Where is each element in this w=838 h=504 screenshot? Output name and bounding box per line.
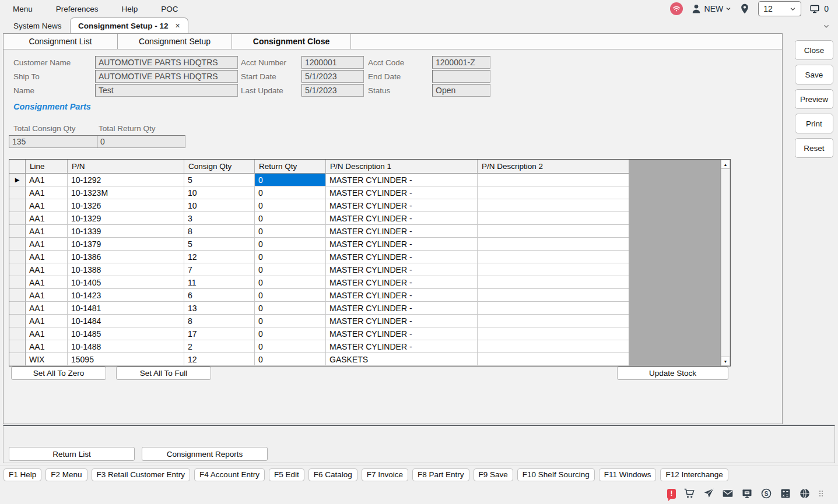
cell-line[interactable]: AA1 (26, 251, 68, 263)
cell-desc2[interactable] (478, 251, 629, 263)
column-header-pn[interactable]: P/N (68, 160, 184, 174)
cart-icon[interactable] (683, 488, 695, 499)
function-key-button[interactable]: F9 Save (474, 468, 513, 481)
cell-line[interactable]: AA1 (26, 289, 68, 302)
cell-pn[interactable]: 10-1323M (68, 186, 184, 199)
cell-desc2[interactable] (478, 263, 629, 276)
cell-consign-qty[interactable]: 5 (184, 174, 255, 186)
cell-consign-qty[interactable]: 7 (184, 263, 255, 276)
update-stock-button[interactable]: Update Stock (617, 366, 728, 380)
store-select[interactable]: 12 (758, 1, 801, 16)
cell-pn[interactable]: 10-1484 (68, 315, 184, 327)
cell-desc1[interactable]: MASTER CYLINDER - (326, 263, 478, 276)
cell-consign-qty[interactable]: 11 (184, 276, 255, 289)
cell-return-qty[interactable]: 0 (255, 199, 326, 212)
side-button[interactable]: Reset (795, 138, 833, 158)
set-all-to-full-button[interactable]: Set All To Full (116, 366, 211, 380)
s-circle-icon[interactable]: S (760, 488, 772, 499)
cell-consign-qty[interactable]: 8 (184, 315, 255, 327)
globe-icon[interactable] (799, 488, 811, 499)
cell-line[interactable]: AA1 (26, 225, 68, 238)
cell-pn[interactable]: 10-1379 (68, 238, 184, 251)
cell-return-qty[interactable]: 0 (255, 263, 326, 276)
cell-line[interactable]: AA1 (26, 302, 68, 315)
cell-consign-qty[interactable]: 8 (184, 225, 255, 238)
cell-desc2[interactable] (478, 238, 629, 251)
cell-desc2[interactable] (478, 186, 629, 199)
tab-overflow-chevron-icon[interactable] (823, 23, 830, 30)
cell-desc1[interactable]: MASTER CYLINDER - (326, 289, 478, 302)
cell-return-qty[interactable]: 0 (255, 276, 326, 289)
row-selector-cell[interactable] (9, 340, 26, 353)
row-selector-cell[interactable] (9, 327, 26, 340)
function-key-button[interactable]: F2 Menu (45, 468, 87, 481)
cell-pn[interactable]: 10-1423 (68, 289, 184, 302)
menu-item[interactable]: Help (122, 5, 138, 13)
cell-return-qty[interactable]: 0 (255, 327, 326, 340)
cell-return-qty[interactable]: 0 (255, 315, 326, 327)
location-pin-icon[interactable] (739, 3, 751, 15)
cell-return-qty[interactable]: 0 (255, 302, 326, 315)
cell-pn[interactable]: 10-1329 (68, 212, 184, 225)
row-selector-cell[interactable] (9, 251, 26, 263)
cell-return-qty[interactable]: 0 (255, 251, 326, 263)
scroll-down-icon[interactable]: ▼ (721, 357, 730, 366)
cell-consign-qty[interactable]: 13 (184, 302, 255, 315)
mail-icon[interactable] (722, 488, 734, 499)
cell-desc1[interactable]: MASTER CYLINDER - (326, 276, 478, 289)
cell-consign-qty[interactable]: 10 (184, 199, 255, 212)
cell-pn[interactable]: 10-1386 (68, 251, 184, 263)
send-icon[interactable] (703, 488, 714, 499)
row-selector-cell[interactable] (9, 199, 26, 212)
close-icon[interactable]: × (176, 21, 180, 30)
cell-desc1[interactable]: MASTER CYLINDER - (326, 238, 478, 251)
cell-desc1[interactable]: MASTER CYLINDER - (326, 199, 478, 212)
row-selector-cell[interactable] (9, 225, 26, 238)
cell-desc2[interactable] (478, 174, 629, 186)
cell-consign-qty[interactable]: 17 (184, 327, 255, 340)
cell-pn[interactable]: 10-1292 (68, 174, 184, 186)
cell-consign-qty[interactable]: 2 (184, 340, 255, 353)
cell-consign-qty[interactable]: 5 (184, 238, 255, 251)
cell-return-qty[interactable]: 0 (255, 238, 326, 251)
cell-line[interactable]: AA1 (26, 238, 68, 251)
cell-desc1[interactable]: MASTER CYLINDER - (326, 340, 478, 353)
cell-return-qty[interactable]: 0 (255, 353, 326, 366)
side-button[interactable]: Save (795, 65, 833, 84)
cell-return-qty[interactable]: 0 (255, 225, 326, 238)
vertical-scrollbar[interactable]: ▲ ▼ (720, 160, 730, 366)
cell-desc2[interactable] (478, 315, 629, 327)
row-selector-cell[interactable] (9, 212, 26, 225)
cell-pn[interactable]: 10-1326 (68, 199, 184, 212)
cell-return-qty[interactable]: 0 (255, 174, 326, 186)
function-key-button[interactable]: F12 Interchange (660, 468, 728, 481)
cell-desc1[interactable]: MASTER CYLINDER - (326, 327, 478, 340)
side-button[interactable]: Preview (795, 89, 833, 109)
row-selector-cell[interactable]: ▶ (9, 174, 26, 186)
cell-line[interactable]: AA1 (26, 263, 68, 276)
cell-line[interactable]: AA1 (26, 276, 68, 289)
cell-desc2[interactable] (478, 225, 629, 238)
cell-desc1[interactable]: MASTER CYLINDER - (326, 212, 478, 225)
user-menu[interactable]: NEW (690, 3, 732, 15)
alert-icon[interactable]: ! (667, 489, 676, 499)
cell-line[interactable]: AA1 (26, 340, 68, 353)
cell-pn[interactable]: 15095 (68, 353, 184, 366)
side-button[interactable]: Close (795, 40, 833, 60)
cell-line[interactable]: AA1 (26, 327, 68, 340)
function-key-button[interactable]: F3 Retail Customer Entry (92, 468, 191, 481)
function-key-button[interactable]: F1 Help (3, 468, 41, 481)
cell-desc2[interactable] (478, 327, 629, 340)
cell-desc2[interactable] (478, 340, 629, 353)
row-selector-cell[interactable] (9, 263, 26, 276)
function-key-button[interactable]: F11 Windows (599, 468, 657, 481)
menu-item[interactable]: Preferences (56, 5, 99, 13)
menu-item[interactable]: POC (161, 5, 178, 13)
consignment-reports-button[interactable]: Consignment Reports (142, 447, 268, 461)
cell-desc1[interactable]: MASTER CYLINDER - (326, 302, 478, 315)
cell-desc2[interactable] (478, 353, 629, 366)
cell-consign-qty[interactable]: 12 (184, 251, 255, 263)
menu-item[interactable]: Menu (13, 5, 33, 13)
row-selector-cell[interactable] (9, 289, 26, 302)
row-selector-cell[interactable] (9, 315, 26, 327)
